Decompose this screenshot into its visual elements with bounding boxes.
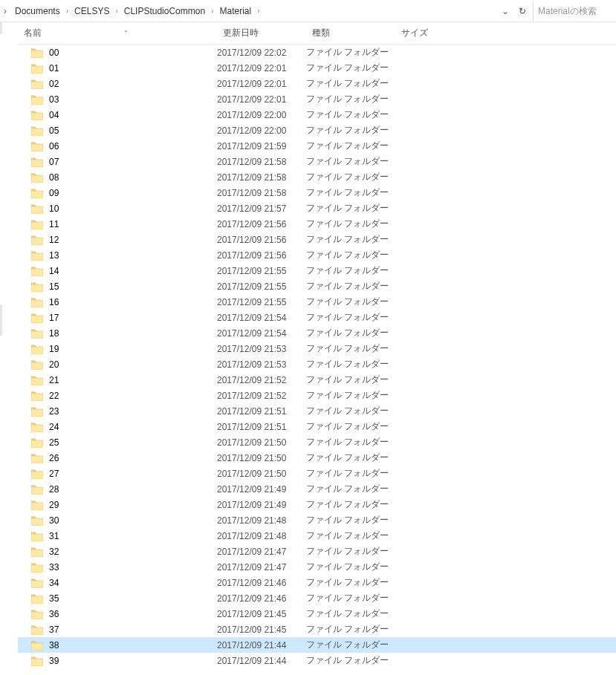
cell-date: 2017/12/09 21:54 (217, 313, 306, 323)
breadcrumb-item[interactable]: CLIPStudioCommon (120, 0, 210, 22)
table-row[interactable]: 082017/12/09 21:58ファイル フォルダー (18, 169, 616, 185)
table-row[interactable]: 112017/12/09 21:56ファイル フォルダー (18, 216, 616, 232)
file-list-pane: 名前 ˄ 更新日時 種類 サイズ 002017/12/09 22:02ファイル … (18, 22, 616, 675)
table-row[interactable]: 062017/12/09 21:59ファイル フォルダー (18, 138, 616, 154)
file-name: 34 (49, 578, 59, 588)
chevron-right-icon[interactable]: › (114, 7, 119, 15)
file-name: 18 (49, 328, 59, 339)
table-row[interactable]: 102017/12/09 21:57ファイル フォルダー (18, 200, 616, 216)
cell-date: 2017/12/09 21:55 (217, 297, 306, 307)
table-row[interactable]: 012017/12/09 22:01ファイル フォルダー (18, 60, 616, 76)
file-name: 13 (49, 250, 59, 261)
cell-date: 2017/12/09 22:02 (217, 48, 306, 58)
table-row[interactable]: 322017/12/09 21:47ファイル フォルダー (18, 544, 616, 559)
cell-type: ファイル フォルダー (306, 249, 395, 261)
table-row[interactable]: 282017/12/09 21:49ファイル フォルダー (18, 481, 616, 497)
table-row[interactable]: 092017/12/09 21:58ファイル フォルダー (18, 185, 616, 200)
cell-name: 34 (18, 578, 217, 588)
table-row[interactable]: 162017/12/09 21:55ファイル フォルダー (18, 294, 616, 310)
cell-date: 2017/12/09 22:00 (217, 125, 306, 136)
table-row[interactable]: 372017/12/09 21:45ファイル フォルダー (18, 622, 616, 637)
column-header-size[interactable]: サイズ (395, 22, 455, 44)
cell-date: 2017/12/09 21:57 (217, 203, 306, 214)
table-row[interactable]: 272017/12/09 21:50ファイル フォルダー (18, 466, 616, 481)
cell-type: ファイル フォルダー (306, 639, 395, 651)
table-row[interactable]: 122017/12/09 21:56ファイル フォルダー (18, 232, 616, 247)
cell-date: 2017/12/09 21:54 (217, 328, 306, 339)
table-row[interactable]: 202017/12/09 21:53ファイル フォルダー (18, 356, 616, 372)
table-row[interactable]: 172017/12/09 21:54ファイル フォルダー (18, 310, 616, 325)
table-row[interactable]: 002017/12/09 22:02ファイル フォルダー (18, 45, 616, 60)
chevron-right-icon[interactable]: › (65, 7, 70, 15)
table-row[interactable]: 302017/12/09 21:48ファイル フォルダー (18, 512, 616, 528)
address-dropdown-icon[interactable]: ⌄ (499, 6, 512, 16)
table-row[interactable]: 392017/12/09 21:44ファイル フォルダー (18, 653, 616, 668)
column-header-type[interactable]: 種類 (306, 22, 395, 44)
column-header-date[interactable]: 更新日時 (217, 22, 306, 44)
file-name: 09 (49, 188, 59, 198)
folder-icon (31, 297, 43, 307)
table-row[interactable]: 182017/12/09 21:54ファイル フォルダー (18, 325, 616, 341)
table-row[interactable]: 152017/12/09 21:55ファイル フォルダー (18, 278, 616, 294)
chevron-right-icon[interactable]: › (0, 6, 10, 16)
refresh-button[interactable]: ↻ (512, 6, 533, 16)
cell-date: 2017/12/09 21:56 (217, 235, 306, 245)
cell-type: ファイル フォルダー (306, 529, 395, 542)
table-row[interactable]: 242017/12/09 21:51ファイル フォルダー (18, 419, 616, 434)
cell-name: 38 (18, 640, 217, 650)
table-row[interactable]: 342017/12/09 21:46ファイル フォルダー (18, 575, 616, 590)
table-row[interactable]: 262017/12/09 21:50ファイル フォルダー (18, 450, 616, 466)
file-name: 22 (49, 391, 59, 401)
table-row[interactable]: 312017/12/09 21:48ファイル フォルダー (18, 528, 616, 544)
table-row[interactable]: 072017/12/09 21:58ファイル フォルダー (18, 154, 616, 169)
file-name: 07 (49, 157, 59, 167)
cell-name: 18 (18, 328, 217, 339)
table-row[interactable]: 362017/12/09 21:45ファイル フォルダー (18, 606, 616, 622)
breadcrumb-item[interactable]: CELSYS (70, 0, 114, 22)
table-row[interactable]: 132017/12/09 21:56ファイル フォルダー (18, 247, 616, 263)
cell-date: 2017/12/09 21:56 (217, 219, 306, 229)
folder-icon (31, 344, 43, 354)
table-row[interactable]: 022017/12/09 22:01ファイル フォルダー (18, 76, 616, 91)
table-row[interactable]: 332017/12/09 21:47ファイル フォルダー (18, 559, 616, 575)
column-header-name[interactable]: 名前 ˄ (18, 22, 217, 44)
cell-type: ファイル フォルダー (306, 124, 395, 137)
folder-icon (31, 281, 43, 292)
folder-icon (31, 469, 43, 479)
search-box[interactable] (533, 2, 615, 20)
cell-name: 20 (18, 359, 217, 370)
cell-type: ファイル フォルダー (306, 296, 395, 308)
table-row[interactable]: 042017/12/09 22:00ファイル フォルダー (18, 107, 616, 123)
chevron-right-icon[interactable]: › (210, 7, 215, 15)
cell-name: 01 (18, 63, 217, 74)
table-row[interactable]: 382017/12/09 21:44ファイル フォルダー (18, 637, 616, 653)
cell-type: ファイル フォルダー (306, 280, 395, 293)
breadcrumb-item[interactable]: Documents (10, 0, 65, 22)
table-row[interactable]: 232017/12/09 21:51ファイル フォルダー (18, 403, 616, 419)
cell-name: 12 (18, 235, 217, 245)
table-row[interactable]: 252017/12/09 21:50ファイル フォルダー (18, 434, 616, 450)
table-row[interactable]: 212017/12/09 21:52ファイル フォルダー (18, 372, 616, 388)
breadcrumb-item[interactable]: Material (215, 0, 256, 22)
cell-name: 29 (18, 500, 217, 510)
folder-icon (31, 453, 43, 463)
folder-icon (31, 48, 43, 58)
table-row[interactable]: 032017/12/09 22:01ファイル フォルダー (18, 91, 616, 107)
table-row[interactable]: 052017/12/09 22:00ファイル フォルダー (18, 123, 616, 138)
refresh-icon: ↻ (519, 6, 526, 16)
search-input[interactable] (538, 6, 610, 16)
folder-icon (31, 203, 43, 214)
cell-type: ファイル フォルダー (306, 171, 395, 183)
table-row[interactable]: 192017/12/09 21:53ファイル フォルダー (18, 341, 616, 356)
file-name: 10 (49, 203, 59, 214)
navigation-pane-scrollbar[interactable] (0, 22, 18, 675)
table-row[interactable]: 352017/12/09 21:46ファイル フォルダー (18, 590, 616, 606)
table-row[interactable]: 292017/12/09 21:49ファイル フォルダー (18, 497, 616, 512)
table-row[interactable]: 222017/12/09 21:52ファイル フォルダー (18, 388, 616, 403)
breadcrumb[interactable]: Documents›CELSYS›CLIPStudioCommon›Materi… (10, 0, 499, 22)
chevron-right-icon[interactable]: › (256, 7, 261, 15)
cell-type: ファイル フォルダー (306, 467, 395, 480)
cell-name: 16 (18, 297, 217, 307)
table-row[interactable]: 142017/12/09 21:55ファイル フォルダー (18, 263, 616, 278)
cell-name: 04 (18, 110, 217, 120)
